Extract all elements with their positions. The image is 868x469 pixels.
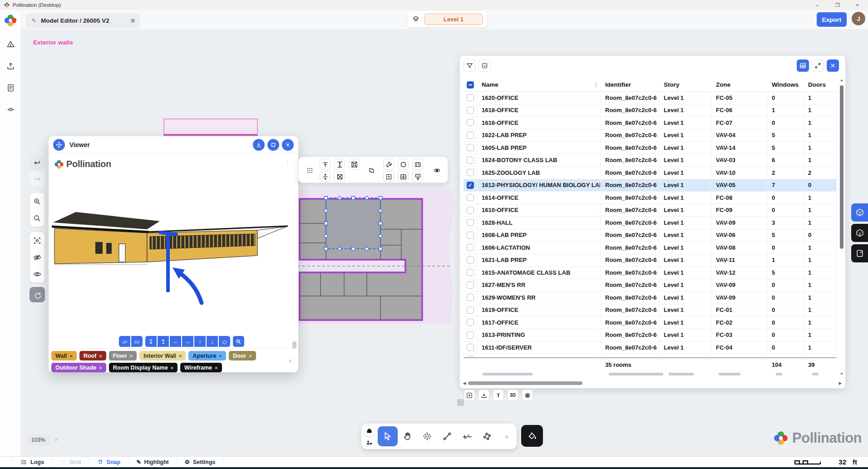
row-checkbox[interactable] (464, 142, 477, 154)
line-tool[interactable] (437, 426, 457, 446)
col-header-zone[interactable]: Zone (711, 78, 767, 91)
search-button[interactable] (30, 210, 45, 227)
scroll-down-arrow[interactable]: ▼ (839, 372, 844, 376)
table-row[interactable]: 1629-WOMEN'S RR Room_8e07c2c0-6 Level 1 … (464, 291, 837, 304)
table-row[interactable]: 1605-LAB PREP Room_8e07c2c0-6 Level 1 VA… (464, 142, 837, 154)
table-row[interactable]: 1608-LAB PREP Room_8e07c2c0-6 Level 1 VA… (464, 229, 837, 242)
layer-tag-chip[interactable]: Floor × (109, 351, 137, 360)
scroll-left-arrow[interactable]: ◀ (462, 381, 467, 385)
3d-view-button[interactable]: 3D (507, 390, 518, 401)
story-selector-value[interactable]: Level 1 (424, 14, 483, 25)
tag-remove-icon[interactable]: × (171, 365, 173, 370)
tag-remove-icon[interactable]: × (219, 353, 222, 359)
collapse-panel-button[interactable] (812, 59, 824, 72)
entity-mode-button[interactable] (363, 437, 375, 448)
row-checkbox[interactable] (464, 192, 477, 204)
table-row[interactable]: 1619-OFFICE Room_8e07c2c0-6 Level 1 FC-0… (464, 304, 837, 317)
document-menu-icon[interactable]: ≡ (131, 17, 135, 25)
close-panel-button[interactable] (827, 59, 839, 72)
spread-button[interactable] (334, 159, 345, 170)
table-view-button[interactable] (797, 59, 809, 72)
row-checkbox[interactable] (464, 329, 477, 342)
tag-remove-icon[interactable]: × (69, 353, 72, 359)
grid-toggle[interactable]: Grid (52, 457, 89, 467)
refresh-view-button[interactable] (30, 287, 45, 302)
table-vertical-scrollbar[interactable]: ▲ ▼ (839, 78, 844, 376)
viewer-download-button[interactable] (253, 139, 265, 151)
filter-button[interactable] (464, 59, 476, 72)
row-checkbox[interactable] (464, 104, 477, 117)
view-bottom-button[interactable]: ↧ (145, 336, 157, 347)
user-avatar[interactable]: J (852, 12, 865, 25)
layer-tag-chip[interactable]: Roof × (79, 351, 106, 360)
scroll-up-arrow[interactable]: ▲ (839, 78, 844, 82)
table-row[interactable]: 1625-ZOOLOGY LAB Room_8e07c2c0-6 Level 1… (464, 167, 837, 179)
close-button[interactable]: × (856, 2, 859, 8)
panel-resize-handle[interactable] (457, 399, 464, 406)
row-checkbox[interactable] (464, 254, 477, 267)
3d-mode-button[interactable] (851, 203, 868, 222)
import-button[interactable] (478, 390, 489, 401)
warnings-button[interactable] (4, 37, 17, 51)
zoom-extents-button[interactable] (233, 336, 244, 347)
merge-shapes-button[interactable] (366, 165, 377, 176)
crossed-box-button[interactable] (334, 171, 345, 182)
table-row[interactable]: 1616-OFFICE Room_8e07c2c0-6 Level 1 FC-0… (464, 117, 837, 129)
view-iso-button[interactable]: ◇ (219, 336, 230, 347)
row-checkbox[interactable] (464, 304, 477, 317)
export-button[interactable]: Export (817, 12, 847, 27)
tag-remove-icon[interactable]: × (215, 365, 217, 370)
distribute-vertical-button[interactable] (320, 171, 330, 182)
redo-button[interactable]: ↪ (30, 172, 45, 186)
color-wheel-button[interactable] (522, 390, 533, 401)
col-header-name[interactable]: Name⋮ (477, 78, 601, 91)
viewer-window[interactable]: Viewer (49, 136, 298, 372)
horizontal-scroll-thumb[interactable] (468, 381, 582, 385)
align-top-button[interactable] (320, 159, 330, 170)
frame-inset-button[interactable] (349, 159, 360, 170)
visibility-button[interactable] (431, 165, 442, 176)
viewer-header[interactable]: Viewer (49, 136, 298, 153)
section-view-button[interactable]: ▭ (131, 336, 143, 347)
split-row-button[interactable] (383, 171, 394, 182)
table-row[interactable]: 1618-OFFICE Room_8e07c2c0-6 Level 1 FC-0… (464, 104, 837, 117)
table-row[interactable]: 1620-OFFICE Room_8e07c2c0-6 Level 1 FC-0… (464, 92, 837, 104)
document-title-card[interactable]: ✎ Model Editor / 26005 V2 ≡ (26, 13, 140, 28)
row-checkbox[interactable] (464, 341, 477, 354)
settings-button[interactable]: ⚙ Settings (177, 457, 224, 467)
roof-mode-button[interactable] (851, 224, 868, 242)
undo-button[interactable]: ↩ (30, 155, 45, 170)
row-checkbox[interactable] (464, 129, 477, 142)
point-tool[interactable]: ○ (497, 426, 517, 446)
view-front-button[interactable]: ↑ (194, 336, 206, 347)
tag-remove-icon[interactable]: × (179, 353, 182, 359)
export-report-button[interactable] (4, 81, 17, 94)
home-view-button[interactable] (363, 425, 375, 436)
table-merge-button[interactable] (398, 171, 409, 182)
select-tool[interactable] (378, 426, 398, 446)
point-grid-tool[interactable] (417, 426, 437, 446)
vertical-scroll-thumb[interactable] (840, 85, 843, 249)
row-checkbox[interactable] (464, 92, 477, 104)
viewer-drag-dots[interactable]: ⋮⋮ (285, 160, 295, 164)
maximize-button[interactable]: ❐ (835, 2, 840, 8)
transform-frame-button[interactable] (398, 159, 409, 170)
row-checkbox[interactable] (464, 117, 477, 129)
hide-button[interactable] (30, 249, 45, 266)
col-header-windows[interactable]: Windows (767, 78, 804, 91)
table-row[interactable]: 1614-OFFICE Room_8e07c2c0-6 Level 1 FC-0… (464, 192, 837, 204)
table-row[interactable]: 1617-OFFICE Room_8e07c2c0-6 Level 1 FC-0… (464, 316, 837, 329)
table-horizontal-scrollbar[interactable]: ◀ ▶ (462, 380, 843, 386)
layer-tag-chip[interactable]: Door × (229, 351, 256, 360)
col-header-doors[interactable]: Doors (804, 78, 837, 91)
tags-expand-chevron[interactable]: ˅ (288, 358, 292, 365)
table-row[interactable]: 1627-MEN'S RR Room_8e07c2c0-6 Level 1 VA… (464, 279, 837, 292)
zoom-expand-chevrons[interactable]: » (54, 435, 58, 443)
code-view-button[interactable]: </> (4, 103, 17, 116)
row-checkbox[interactable]: ✓ (464, 179, 477, 192)
room-mode-button[interactable] (851, 244, 868, 262)
table-row[interactable]: 1615-ANATOMAGE CLASS LAB Room_8e07c2c0-6… (464, 267, 837, 279)
row-checkbox[interactable] (464, 316, 477, 329)
table-row[interactable]: 1613-PRINTING Room_8e07c2c0-6 Level 1 FC… (464, 329, 837, 342)
row-checkbox[interactable] (464, 242, 477, 254)
